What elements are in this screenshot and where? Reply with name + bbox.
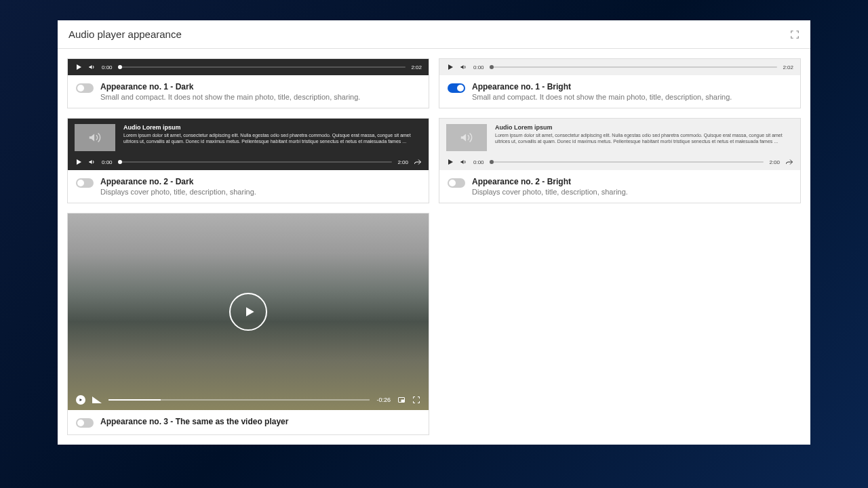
- option-desc: Displays cover photo, title, description…: [100, 188, 256, 196]
- time-total: 2:00: [397, 159, 408, 165]
- toggle-appearance-1-dark[interactable]: [76, 83, 94, 93]
- progress-bar[interactable]: [118, 161, 393, 163]
- option-title: Appearance no. 3 - The same as the video…: [100, 417, 288, 426]
- option-desc: Displays cover photo, title, description…: [472, 188, 628, 196]
- time-current: 0:00: [102, 159, 113, 165]
- card-appearance-1-dark: 0:00 2:02 Appearance no. 1 - Dark Small …: [67, 58, 429, 108]
- option-title: Appearance no. 2 - Dark: [100, 177, 256, 186]
- video-preview: -0:26: [68, 214, 429, 410]
- audio-title: Audio Lorem ipsum: [495, 124, 793, 131]
- volume-icon[interactable]: [88, 158, 96, 166]
- play-icon[interactable]: [75, 63, 83, 71]
- audio-description: Lorem ipsum dolor sit amet, consectetur …: [495, 132, 793, 144]
- pip-icon[interactable]: [397, 396, 406, 404]
- video-controls: -0:26: [68, 390, 429, 410]
- volume-icon[interactable]: [92, 396, 102, 403]
- time-total: 2:02: [411, 64, 422, 70]
- share-icon[interactable]: [414, 158, 422, 166]
- audio-title: Audio Lorem ipsum: [123, 124, 422, 131]
- option-row: Appearance no. 2 - Dark Displays cover p…: [68, 170, 429, 203]
- audio-thumbnail: [446, 124, 487, 151]
- time-total: 2:00: [769, 159, 780, 165]
- play-icon[interactable]: [76, 395, 85, 405]
- toggle-appearance-1-bright[interactable]: [448, 83, 465, 93]
- sound-wave-icon: [87, 130, 102, 145]
- time-current: 0:00: [473, 159, 484, 165]
- time-current: 0:00: [473, 64, 484, 70]
- audio-meta-dark: Audio Lorem ipsum Lorem ipsum dolor sit …: [68, 119, 429, 154]
- audio-player-dark-full: 0:00 2:00: [68, 154, 429, 170]
- option-row: Appearance no. 3 - The same as the video…: [68, 410, 429, 434]
- option-title: Appearance no. 2 - Bright: [472, 177, 628, 186]
- fullscreen-icon[interactable]: [790, 30, 800, 39]
- fullscreen-icon[interactable]: [412, 396, 420, 404]
- video-time: -0:26: [376, 396, 391, 403]
- svg-rect-1: [401, 400, 404, 402]
- audio-meta-bright: Audio Lorem ipsum Lorem ipsum dolor sit …: [439, 119, 800, 154]
- progress-bar[interactable]: [118, 66, 406, 68]
- option-title: Appearance no. 1 - Bright: [472, 82, 732, 92]
- option-desc: Small and compact. It does not show the …: [100, 93, 360, 101]
- option-title: Appearance no. 1 - Dark: [100, 82, 360, 92]
- sound-wave-icon: [459, 130, 474, 145]
- card-appearance-1-bright: 0:00 2:02 Appearance no. 1 - Bright Smal…: [439, 58, 801, 108]
- panel-title: Audio player appearance: [68, 28, 182, 40]
- volume-icon[interactable]: [460, 63, 468, 71]
- progress-bar[interactable]: [490, 161, 764, 163]
- audio-player-bright-compact: 0:00 2:02: [439, 59, 800, 75]
- time-current: 0:00: [102, 64, 113, 70]
- play-icon[interactable]: [75, 158, 83, 166]
- option-row: Appearance no. 2 - Bright Displays cover…: [439, 170, 800, 203]
- play-icon[interactable]: [446, 63, 454, 71]
- option-row: Appearance no. 1 - Dark Small and compac…: [68, 75, 429, 108]
- settings-panel: Audio player appearance 0:00 2:02 Appear…: [58, 20, 810, 445]
- toggle-appearance-3-video[interactable]: [76, 418, 94, 428]
- progress-bar[interactable]: [490, 66, 778, 68]
- audio-thumbnail: [75, 124, 115, 151]
- audio-player-bright-full: 0:00 2:00: [439, 154, 800, 170]
- volume-icon[interactable]: [88, 63, 96, 71]
- panel-header: Audio player appearance: [58, 20, 810, 49]
- toggle-appearance-2-bright[interactable]: [448, 178, 465, 188]
- video-play-button[interactable]: [229, 293, 267, 331]
- card-appearance-3-video: -0:26 Appearance no. 3 - The same as the…: [67, 213, 429, 435]
- option-row: Appearance no. 1 - Bright Small and comp…: [439, 75, 800, 108]
- toggle-appearance-2-dark[interactable]: [76, 178, 94, 188]
- time-total: 2:02: [783, 64, 793, 70]
- share-icon[interactable]: [785, 158, 793, 166]
- card-appearance-2-dark: Audio Lorem ipsum Lorem ipsum dolor sit …: [67, 118, 429, 203]
- audio-player-dark-compact: 0:00 2:02: [68, 59, 429, 75]
- video-progress-bar[interactable]: [108, 399, 370, 401]
- volume-icon[interactable]: [460, 158, 468, 166]
- audio-description: Lorem ipsum dolor sit amet, consectetur …: [123, 132, 422, 144]
- option-desc: Small and compact. It does not show the …: [472, 93, 732, 101]
- card-appearance-2-bright: Audio Lorem ipsum Lorem ipsum dolor sit …: [439, 118, 801, 203]
- play-icon[interactable]: [446, 158, 454, 166]
- panel-body: 0:00 2:02 Appearance no. 1 - Dark Small …: [58, 49, 810, 445]
